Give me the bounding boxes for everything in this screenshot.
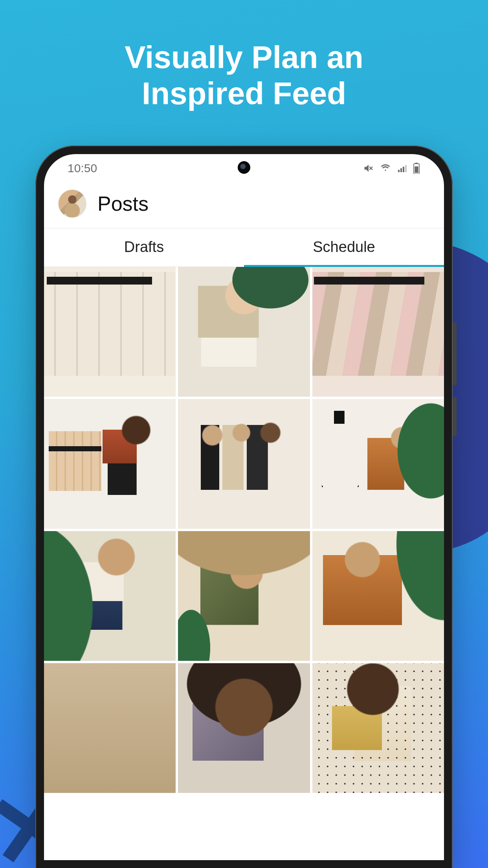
post-thumb-3[interactable] — [312, 267, 444, 397]
tab-schedule[interactable]: Schedule — [244, 228, 444, 267]
tab-drafts[interactable]: Drafts — [44, 228, 244, 267]
promo-line-2: Inspired Feed — [142, 76, 346, 111]
promo-headline: Visually Plan an Inspired Feed — [0, 39, 488, 112]
camera-hole — [238, 161, 250, 174]
mute-icon — [363, 163, 374, 174]
post-thumb-8[interactable] — [178, 531, 310, 661]
post-thumb-7[interactable] — [44, 531, 176, 661]
post-thumb-4[interactable] — [44, 399, 176, 529]
svg-rect-0 — [398, 170, 400, 172]
page-title: Posts — [97, 192, 149, 215]
phone-screen: 10:50 Posts Drafts Schedule — [44, 154, 444, 860]
post-thumb-1[interactable] — [44, 267, 176, 397]
svg-rect-6 — [415, 166, 418, 173]
battery-icon — [413, 163, 420, 174]
wifi-icon — [380, 164, 391, 173]
app-header: Posts — [44, 182, 444, 228]
signal-icon — [397, 164, 407, 173]
status-bar: 10:50 — [44, 154, 444, 182]
tabs: Drafts Schedule — [44, 228, 444, 267]
status-time: 10:50 — [68, 162, 97, 175]
tab-schedule-label: Schedule — [313, 239, 375, 255]
svg-rect-1 — [400, 168, 402, 172]
post-thumb-9[interactable] — [312, 531, 444, 661]
profile-avatar[interactable] — [58, 189, 86, 218]
tab-drafts-label: Drafts — [124, 239, 164, 255]
post-thumb-10[interactable] — [44, 663, 176, 793]
phone-side-button — [453, 397, 457, 436]
phone-side-button — [453, 322, 457, 385]
post-thumb-12[interactable] — [312, 663, 444, 793]
post-thumb-2[interactable] — [178, 267, 310, 397]
status-icons — [363, 163, 420, 174]
svg-rect-3 — [405, 165, 407, 172]
post-thumb-11[interactable] — [178, 663, 310, 793]
promo-line-1: Visually Plan an — [125, 40, 363, 75]
feed-grid[interactable] — [44, 267, 444, 860]
post-thumb-6[interactable] — [312, 399, 444, 529]
svg-rect-2 — [403, 167, 404, 172]
post-thumb-5[interactable] — [178, 399, 310, 529]
phone-frame: 10:50 Posts Drafts Schedule — [35, 145, 453, 868]
